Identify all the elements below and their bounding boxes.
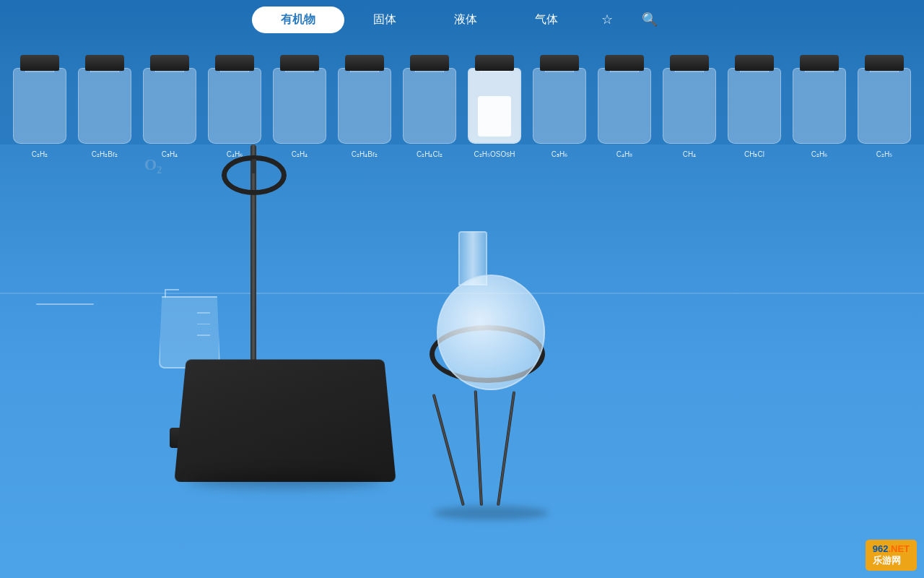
bottle-label-11: CH₃Cl <box>744 150 764 158</box>
bottle-item-3[interactable]: C₄H₆ <box>202 55 267 158</box>
lab-tray <box>180 340 404 477</box>
bottle-label-6: C₂H₄Cl₂ <box>417 150 443 158</box>
small-line <box>36 303 94 305</box>
bottle-label-10: CH₄ <box>683 150 696 158</box>
bottle-item-6[interactable]: C₂H₄Cl₂ <box>397 55 462 158</box>
bottle-item-10[interactable]: CH₄ <box>657 55 722 158</box>
bottle-label-0: C₂H₂ <box>32 150 48 158</box>
lab-area: O2 <box>0 144 924 578</box>
bottle-cap-13 <box>865 55 904 71</box>
toolbar: 有机物 固体 液体 气体 ☆ 🔍 C₂H₂C₂H₂Br₂C₃H₄C₄H₆C₂H₄… <box>0 0 924 144</box>
watermark-site: 乐游网 <box>873 555 901 566</box>
bottle-body-2 <box>143 68 196 144</box>
bottle-body-0 <box>13 68 66 144</box>
beaker-line <box>197 335 210 336</box>
bottle-container-2 <box>141 55 198 149</box>
flask-tripod-area[interactable] <box>419 275 578 506</box>
tray-shadow <box>188 473 383 488</box>
bottle-label-4: C₂H₄ <box>292 150 308 158</box>
tab-solid[interactable]: 固体 <box>344 7 425 33</box>
bottle-body-12 <box>793 68 846 144</box>
watermark-net: .NET <box>888 543 910 554</box>
beaker-line <box>197 324 210 325</box>
bottle-label-3: C₄H₆ <box>227 150 243 158</box>
bottle-label-12: C₂H₆ <box>811 150 827 158</box>
bottle-container-12 <box>791 55 847 149</box>
bottle-body-7 <box>468 68 521 144</box>
bottle-cap-3 <box>215 55 254 71</box>
tab-favorites[interactable]: ☆ <box>587 6 627 33</box>
bottle-container-6 <box>401 55 458 149</box>
bottle-cap-6 <box>410 55 449 71</box>
bottle-label-7: C₂H₅OSOsH <box>474 150 515 158</box>
bottle-item-8[interactable]: C₃H₆ <box>527 55 592 158</box>
bottle-cap-7 <box>475 55 514 71</box>
beaker-lines <box>197 312 210 336</box>
bottle-body-10 <box>663 68 716 144</box>
bottle-cap-10 <box>670 55 709 71</box>
o2-label: O2 <box>144 155 162 176</box>
bottle-body-4 <box>273 68 326 144</box>
bottle-label-8: C₃H₆ <box>552 150 567 158</box>
bottle-cap-2 <box>150 55 189 71</box>
stand-clamp <box>252 159 256 173</box>
tab-liquid[interactable]: 液体 <box>425 7 506 33</box>
bottle-label-1: C₂H₂Br₂ <box>92 150 118 158</box>
bottle-cap-0 <box>20 55 59 71</box>
bottle-body-11 <box>728 68 781 144</box>
bottle-container-0 <box>12 55 68 149</box>
bottle-container-7 <box>466 55 523 149</box>
bottle-cap-12 <box>800 55 839 71</box>
bottle-cap-8 <box>540 55 579 71</box>
bottle-item-5[interactable]: C₂H₄Br₂ <box>332 55 397 158</box>
bottle-item-1[interactable]: C₂H₂Br₂ <box>72 55 137 158</box>
bottle-content-7 <box>478 96 511 137</box>
beaker-line <box>197 312 210 314</box>
tab-bar: 有机物 固体 液体 气体 ☆ 🔍 <box>0 0 924 39</box>
bottle-body-3 <box>208 68 261 144</box>
bottle-item-12[interactable]: C₂H₆ <box>787 55 852 158</box>
tab-search[interactable]: 🔍 <box>627 6 672 33</box>
bottle-container-4 <box>271 55 328 149</box>
bottle-cap-4 <box>280 55 319 71</box>
bottle-container-13 <box>856 55 912 149</box>
bottle-container-11 <box>726 55 783 149</box>
bottle-cap-11 <box>735 55 774 71</box>
bottle-label-5: C₂H₄Br₂ <box>352 150 378 158</box>
bottle-item-11[interactable]: CH₃Cl <box>722 55 787 158</box>
tray-surface <box>174 360 396 483</box>
bottle-item-4[interactable]: C₂H₄ <box>267 55 332 158</box>
tab-gas[interactable]: 气体 <box>506 7 587 33</box>
bottle-container-8 <box>531 55 588 149</box>
flask-shadow <box>433 506 549 520</box>
tripod-leg-center <box>474 390 483 506</box>
tripod-leg-left <box>432 394 465 506</box>
bottle-item-9[interactable]: C₄H₈ <box>592 55 657 158</box>
bottle-body-6 <box>403 68 456 144</box>
bottle-body-13 <box>858 68 911 144</box>
bottle-cap-9 <box>605 55 644 71</box>
bottle-body-9 <box>598 68 651 144</box>
beaker-spout <box>165 289 179 298</box>
bottle-cap-1 <box>85 55 124 71</box>
tab-organic[interactable]: 有机物 <box>252 7 344 33</box>
tripod-leg-right <box>497 391 515 506</box>
bottle-item-7[interactable]: C₂H₅OSOsH <box>462 55 527 158</box>
bottle-container-9 <box>596 55 653 149</box>
bottle-container-10 <box>661 55 718 149</box>
bottle-body-1 <box>78 68 131 144</box>
bottle-item-13[interactable]: C₂H₅ <box>852 55 917 158</box>
bottle-cap-5 <box>345 55 384 71</box>
flask-body <box>437 275 545 390</box>
bottles-row: C₂H₂C₂H₂Br₂C₃H₄C₄H₆C₂H₄C₂H₄Br₂C₂H₄Cl₂C₂H… <box>0 39 924 158</box>
bottle-label-2: C₃H₄ <box>162 150 178 158</box>
bottle-item-2[interactable]: C₃H₄ <box>137 55 202 158</box>
watermark-number: 962 <box>873 543 889 554</box>
bottle-label-13: C₂H₅ <box>876 150 892 158</box>
bottle-container-3 <box>206 55 263 149</box>
watermark: 962.NET 乐游网 <box>866 540 917 571</box>
bottle-item-0[interactable]: C₂H₂ <box>7 55 72 158</box>
bottle-body-8 <box>533 68 586 144</box>
bottle-body-5 <box>338 68 391 144</box>
bottle-label-9: C₄H₈ <box>616 150 632 158</box>
